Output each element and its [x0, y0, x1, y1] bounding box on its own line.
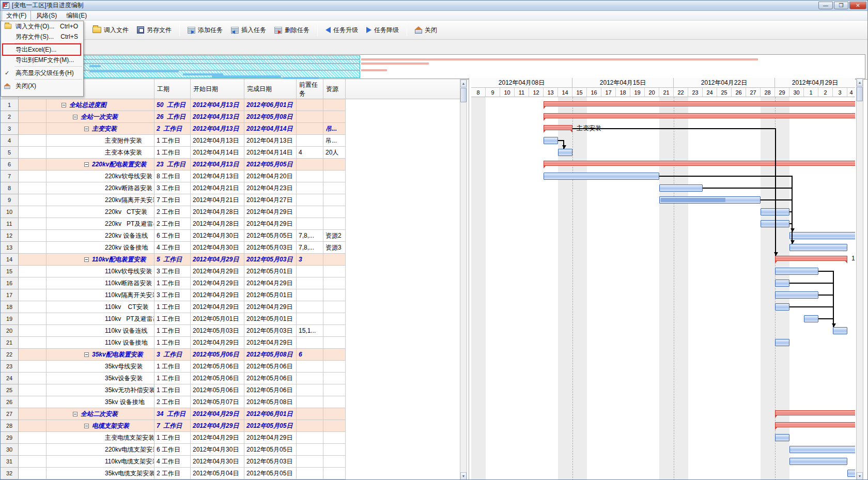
table-vertical-scrollbar[interactable]: ▲▼: [460, 79, 467, 480]
toolbar-button[interactable]: 删除任务: [270, 24, 314, 37]
finish-date-cell: 2012年05月01日: [244, 313, 297, 325]
table-row[interactable]: 5主变本体安装1 工作日2012年04月14日2012年04月14日420人: [1, 147, 346, 159]
toolbar-button[interactable]: 任务降级: [362, 24, 403, 37]
gantt-task-bar[interactable]: [775, 280, 789, 287]
collapse-toggle-icon[interactable]: [84, 127, 89, 131]
gantt-task-bar[interactable]: [659, 184, 703, 192]
collapse-toggle-icon[interactable]: [84, 352, 89, 357]
gantt-bar-label: 1: [851, 255, 855, 262]
table-row[interactable]: 13220kv 设备接地4 工作日2012年04月30日2012年05月03日7…: [1, 242, 346, 254]
close-button[interactable]: ✕: [849, 2, 866, 9]
gantt-summary-bar[interactable]: [775, 410, 855, 415]
gantt-task-bar[interactable]: [775, 303, 789, 311]
gantt-task-bar[interactable]: [789, 446, 855, 453]
scrollbar-thumb[interactable]: [857, 87, 863, 101]
menu-item-0[interactable]: 调入文件(O)...Ctrl+O: [1, 21, 83, 32]
table-row[interactable]: 21110kv 设备接地1 工作日2012年04月29日2012年04月29日: [1, 337, 346, 349]
table-row[interactable]: 30220kv电缆支架安装6 工作日2012年04月30日2012年05月05日: [1, 444, 346, 456]
menu-item-6[interactable]: ✓高亮显示父级任务(H): [1, 68, 83, 78]
menu-item-4[interactable]: 导出到EMF文件(M)...: [1, 55, 83, 65]
collapse-toggle-icon[interactable]: [61, 103, 66, 107]
gantt-task-bar[interactable]: [544, 137, 558, 144]
table-row[interactable]: 2435kv设备安装1 工作日2012年05月06日2012年05月06日: [1, 373, 346, 384]
toolbar-button[interactable]: 关闭: [411, 24, 441, 37]
table-row[interactable]: 15110kv软母线安装3 工作日2012年04月29日2012年05月01日: [1, 266, 346, 277]
table-row[interactable]: 14110kv配电装置安装5 工作日2012年04月29日2012年05月03日…: [1, 254, 346, 266]
menubar-item-0[interactable]: 文件(F): [2, 10, 31, 21]
gantt-task-bar[interactable]: [775, 291, 818, 299]
table-row[interactable]: 29主变电缆支架安装1 工作日2012年04月29日2012年04月29日: [1, 432, 346, 444]
gantt-task-bar[interactable]: [775, 339, 789, 346]
table-row[interactable]: 3主变安装2 工作日2012年04月13日2012年04月14日吊...: [1, 123, 346, 135]
gantt-summary-bar[interactable]: [544, 161, 855, 166]
table-row[interactable]: 11220kv PT及避雷器安装2 工作日2012年04月28日2012年04月…: [1, 218, 346, 230]
collapse-toggle-icon[interactable]: [73, 115, 78, 119]
scroll-up-button[interactable]: ▲: [857, 79, 863, 86]
table-row[interactable]: 2635kv 设备接地2 工作日2012年05月07日2012年05月08日: [1, 396, 346, 408]
collapse-toggle-icon[interactable]: [84, 424, 89, 428]
restore-button[interactable]: ❐: [834, 2, 848, 9]
menubar-item-1[interactable]: 风络(S): [32, 11, 61, 21]
table-row[interactable]: 17110kv隔离开关安装3 工作日2012年04月29日2012年05月01日: [1, 289, 346, 301]
table-row[interactable]: 28电缆支架安装7 工作日2012年04月29日2012年05月05日: [1, 420, 346, 432]
table-row[interactable]: 2535kv无功补偿安装1 工作日2012年05月06日2012年05月06日: [1, 384, 346, 396]
collapse-toggle-icon[interactable]: [73, 412, 78, 416]
scrollbar-thumb[interactable]: [460, 88, 467, 102]
gantt-vertical-scrollbar[interactable]: ▲▼: [856, 78, 863, 480]
menu-item-3[interactable]: 导出Excel(E)...: [1, 44, 83, 55]
table-row[interactable]: 2全站一次安装26 工作日2012年04月13日2012年05月08日: [1, 111, 346, 123]
gantt-week-header: 2012年04月22日: [674, 78, 775, 88]
gantt-task-bar[interactable]: [804, 315, 818, 322]
gantt-task-bar[interactable]: [558, 149, 572, 156]
gantt-task-bar[interactable]: [659, 196, 761, 204]
menu-item-1[interactable]: 另存文件(S)...Ctrl+S: [1, 32, 83, 42]
finish-date-cell: 2012年05月03日: [244, 242, 297, 254]
predecessor-cell: 7,8,...: [297, 242, 323, 254]
menubar-item-2[interactable]: 编辑(E): [62, 11, 91, 21]
gantt-task-bar[interactable]: [789, 244, 847, 251]
table-row[interactable]: 7220kv软母线安装8 工作日2012年04月13日2012年04月20日: [1, 171, 346, 182]
table-row[interactable]: 16110kv断路器安装1 工作日2012年04月29日2012年04月29日: [1, 277, 346, 289]
gantt-summary-bar[interactable]: [544, 125, 572, 130]
gantt-task-bar[interactable]: [789, 232, 855, 239]
gantt-task-bar[interactable]: [544, 173, 659, 180]
gantt-task-bar[interactable]: [775, 268, 818, 275]
menu-item-8[interactable]: 关闭(X): [1, 81, 83, 91]
table-row[interactable]: 8220kv断路器安装3 工作日2012年04月21日2012年04月23日: [1, 182, 346, 194]
table-row[interactable]: 31110kv电缆支架安装4 工作日2012年04月30日2012年05月03日: [1, 456, 346, 468]
table-row[interactable]: 20110kv 设备连线1 工作日2012年05月03日2012年05月03日1…: [1, 325, 346, 337]
collapse-toggle-icon[interactable]: [84, 162, 89, 167]
collapse-toggle-icon[interactable]: [84, 257, 89, 262]
scroll-down-button[interactable]: ▼: [857, 472, 863, 480]
toolbar-button[interactable]: 另存文件: [133, 24, 176, 37]
toolbar-button[interactable]: 添加任务: [183, 24, 227, 37]
gantt-task-bar[interactable]: [847, 470, 855, 477]
toolbar-button[interactable]: 任务升级: [321, 24, 362, 37]
toolbar-button[interactable]: 调入文件: [88, 24, 133, 37]
table-row[interactable]: 10220kv CT安装2 工作日2012年04月28日2012年04月29日: [1, 206, 346, 218]
table-row[interactable]: 2335kv母线安装1 工作日2012年05月06日2012年05月06日: [1, 361, 346, 373]
table-row[interactable]: 2235kv配电装置安装3 工作日2012年05月06日2012年05月08日6: [1, 349, 346, 361]
table-row[interactable]: 19110kv PT及避雷器安装1 工作日2012年05月01日2012年05月…: [1, 313, 346, 325]
table-row[interactable]: 1全站总进度图50 工作日2012年04月13日2012年06月01日: [1, 99, 346, 111]
gantt-day-header: 27: [746, 88, 761, 97]
resource-cell: [323, 159, 346, 171]
table-row[interactable]: 4主变附件安装1 工作日2012年04月13日2012年04月13日吊...: [1, 135, 346, 147]
gantt-summary-bar[interactable]: [775, 422, 855, 427]
table-row[interactable]: 27全站二次安装34 工作日2012年04月29日2012年06月01日: [1, 408, 346, 420]
gantt-task-bar[interactable]: [789, 458, 847, 465]
scroll-down-button[interactable]: ▼: [460, 472, 467, 480]
table-row[interactable]: 9220kv隔离开关安装7 工作日2012年04月21日2012年04月27日: [1, 194, 346, 206]
gantt-task-bar[interactable]: [833, 327, 847, 334]
gantt-summary-bar[interactable]: [544, 113, 855, 118]
toolbar-button[interactable]: 插入任务: [227, 24, 270, 37]
gantt-summary-bar[interactable]: [775, 256, 847, 261]
gantt-task-bar[interactable]: [775, 434, 789, 441]
minimize-button[interactable]: —: [818, 2, 833, 9]
gantt-summary-bar[interactable]: [544, 101, 855, 106]
table-row[interactable]: 18110kv CT安装1 工作日2012年04月29日2012年04月29日: [1, 301, 346, 313]
table-row[interactable]: 3235kv电缆支架安装2 工作日2012年05月04日2012年05月05日: [1, 468, 346, 479]
table-row[interactable]: 12220kv 设备连线6 工作日2012年04月30日2012年05月05日7…: [1, 230, 346, 242]
table-row[interactable]: 6220kv配电装置安装23 工作日2012年04月13日2012年05月05日: [1, 159, 346, 171]
scroll-up-button[interactable]: ▲: [460, 80, 467, 87]
